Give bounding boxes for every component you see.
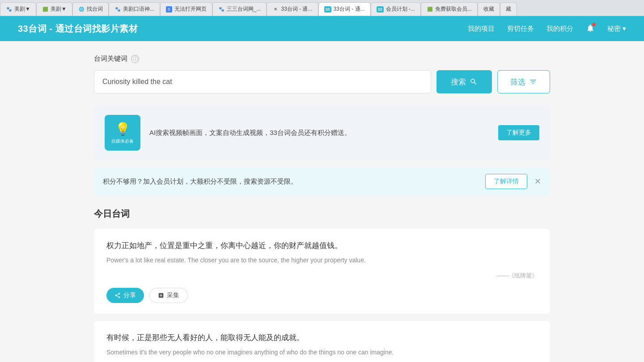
- share-button-1[interactable]: 分享: [106, 288, 144, 303]
- tab-1[interactable]: 🐾 美剧▼: [0, 2, 36, 16]
- tab-icon-5: S: [166, 6, 172, 13]
- close-icon[interactable]: ✕: [534, 177, 541, 185]
- tab-label-8: 33台词 - 通...: [334, 5, 365, 13]
- nav-secret[interactable]: 秘密 ▾: [607, 25, 626, 33]
- notification-icon[interactable]: [586, 24, 595, 34]
- quote-source-1: ——《纸牌屋》: [106, 272, 538, 280]
- secret-label: 秘密: [607, 25, 621, 33]
- tab-8[interactable]: 33 33台词 - 通...: [318, 2, 371, 16]
- quote-card-2: 有时候，正是那些无人看好的人，能取得无人能及的成就。 Sometimes it'…: [94, 321, 550, 362]
- quote-chinese-2: 有时候，正是那些无人看好的人，能取得无人能及的成就。: [106, 332, 538, 344]
- bulb-icon: 💡: [115, 122, 131, 136]
- tab-10[interactable]: 🟩 免费获取会员...: [421, 2, 478, 16]
- tab-icon-10: 🟩: [427, 6, 433, 13]
- tab-9[interactable]: 33 会员计划 -...: [371, 2, 421, 16]
- tab-label-9: 会员计划 -...: [386, 5, 415, 13]
- tab-icon-3: 🌐: [78, 6, 85, 13]
- promo-text: AI搜索视频帧画面，文案自动生成视频，33台词会员还有积分赠送。: [149, 129, 489, 137]
- tab-label-11: 收藏: [483, 5, 494, 13]
- promo-icon-box: 💡 自媒体必备: [105, 115, 140, 151]
- tab-3[interactable]: 🌐 找台词: [72, 2, 109, 16]
- tab-label-3: 找台词: [87, 5, 103, 13]
- tab-icon-4: 🐾: [114, 6, 121, 13]
- nav-project[interactable]: 我的项目: [468, 25, 495, 33]
- tab-label-2: 美剧▼: [51, 5, 67, 13]
- collect-label-1: 采集: [167, 291, 179, 299]
- member-notice: 积分不够用？加入会员计划，大额积分不受限，搜索资源不受限。 了解详情 ✕: [94, 168, 550, 195]
- quote-english-2: Sometimes it's the very people who no on…: [106, 347, 538, 357]
- search-icon: [470, 78, 478, 86]
- search-button[interactable]: 搜索: [436, 70, 492, 93]
- tab-label-10: 免费获取会员...: [435, 5, 472, 13]
- tab-12[interactable]: 藏: [500, 2, 517, 16]
- tab-icon-8: 33: [324, 6, 331, 13]
- quote-english-1: Power's a lot like real estate. The clos…: [106, 255, 538, 265]
- tab-label-12: 藏: [506, 5, 511, 13]
- filter-button-label: 筛选: [510, 77, 525, 87]
- site-title: 33台词 - 通过台词找影片素材: [18, 23, 138, 35]
- tab-label-1: 美剧▼: [14, 5, 30, 13]
- nav-cut[interactable]: 剪切任务: [507, 25, 534, 33]
- tab-6[interactable]: 🐾 三三台词网_...: [212, 2, 267, 16]
- tab-label-4: 美剧口语神...: [123, 5, 154, 13]
- tab-4[interactable]: 🐾 美剧口语神...: [109, 2, 160, 16]
- promo-more-button[interactable]: 了解更多: [498, 125, 539, 140]
- tab-icon-9: 33: [377, 6, 384, 13]
- search-input[interactable]: [94, 70, 431, 93]
- nav-score[interactable]: 我的积分: [547, 25, 573, 33]
- search-row: 搜索 筛选: [94, 70, 550, 93]
- filter-icon: [529, 78, 537, 86]
- search-label-text: 台词关键词: [94, 55, 127, 63]
- tab-icon-7: ✕: [272, 6, 279, 13]
- header-nav: 我的项目 剪切任务 我的积分 秘密 ▾: [468, 24, 626, 34]
- chevron-down-icon: ▾: [623, 25, 626, 33]
- notification-dot: [592, 23, 596, 26]
- filter-button[interactable]: 筛选: [497, 70, 550, 93]
- header: 33台词 - 通过台词找影片素材 我的项目 剪切任务 我的积分 秘密 ▾: [0, 16, 644, 41]
- tab-label-6: 三三台词网_...: [227, 5, 261, 13]
- tab-5[interactable]: S 无法打开网页: [160, 2, 212, 16]
- tab-icon-6: 🐾: [218, 6, 225, 13]
- tab-11[interactable]: 收藏: [478, 2, 500, 16]
- promo-banner: 💡 自媒体必备 AI搜索视频帧画面，文案自动生成视频，33台词会员还有积分赠送。…: [94, 106, 550, 160]
- daily-title: 今日台词: [94, 208, 550, 220]
- tab-2[interactable]: 🟩 美剧▼: [36, 2, 72, 16]
- quote-actions-1: 分享 采集: [106, 288, 538, 303]
- tab-label-5: 无法打开网页: [174, 5, 207, 13]
- promo-icon-label: 自媒体必备: [111, 138, 134, 144]
- share-icon: [114, 292, 121, 299]
- search-label-row: 台词关键词 ⓘ: [94, 55, 550, 63]
- member-detail-button[interactable]: 了解详情: [485, 174, 527, 189]
- tab-label-7: 33台词 - 通...: [281, 5, 312, 13]
- info-icon[interactable]: ⓘ: [131, 55, 139, 63]
- member-notice-text: 积分不够用？加入会员计划，大额积分不受限，搜索资源不受限。: [103, 177, 478, 186]
- browser-tabs: 🐾 美剧▼ 🟩 美剧▼ 🌐 找台词 🐾 美剧口语神... S 无法打开网页 🐾 …: [0, 0, 644, 16]
- tab-7[interactable]: ✕ 33台词 - 通...: [267, 2, 318, 16]
- main-content: 台词关键词 ⓘ 搜索 筛选 💡 自媒体必备 AI搜索视频帧画面，文案自动生成视频…: [76, 41, 568, 362]
- tab-icon-2: 🟩: [42, 6, 48, 13]
- collect-icon: [158, 292, 164, 299]
- collect-button-1[interactable]: 采集: [149, 288, 188, 303]
- tab-icon-1: 🐾: [6, 6, 12, 13]
- share-label-1: 分享: [123, 291, 136, 299]
- quote-card-1: 权力正如地产，位置是重中之重，你离中心越近，你的财产就越值钱。 Power's …: [94, 229, 550, 314]
- search-button-label: 搜索: [451, 77, 466, 87]
- quote-chinese-1: 权力正如地产，位置是重中之重，你离中心越近，你的财产就越值钱。: [106, 240, 538, 252]
